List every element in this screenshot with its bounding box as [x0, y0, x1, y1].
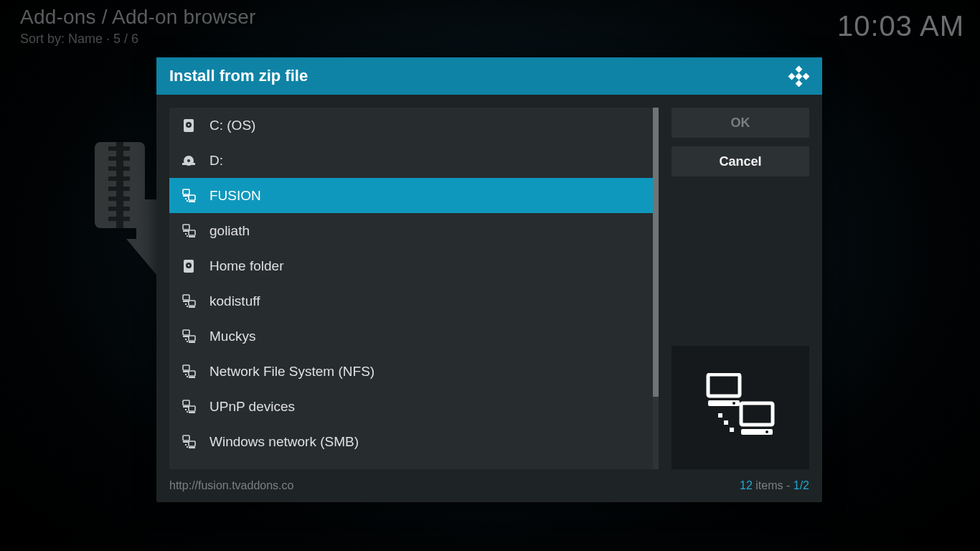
footer-path: http://fusion.tvaddons.co [169, 479, 293, 492]
file-item-label: FUSION [209, 188, 261, 204]
preview-panel [672, 346, 809, 469]
sort-line: Sort by: Name · 5 / 6 [20, 32, 138, 47]
network-icon [181, 364, 197, 380]
svg-rect-1 [116, 142, 123, 228]
svg-rect-3 [108, 156, 130, 161]
network-icon [181, 434, 197, 450]
file-item[interactable]: C: (OS) [169, 108, 653, 143]
scrollbar-thumb[interactable] [653, 108, 659, 397]
dialog-footer: http://fusion.tvaddons.co 12 items - 1/2 [156, 475, 822, 502]
file-item[interactable]: Muckys [169, 319, 653, 354]
svg-rect-13 [803, 73, 809, 80]
svg-rect-7 [108, 197, 130, 201]
network-icon [181, 293, 197, 309]
svg-point-17 [732, 402, 735, 405]
svg-rect-14 [796, 80, 803, 87]
svg-rect-22 [724, 420, 728, 425]
file-item-label: goliath [209, 223, 250, 239]
network-icon [181, 188, 197, 204]
svg-rect-8 [108, 207, 130, 211]
file-item-label: Home folder [209, 258, 284, 274]
svg-rect-2 [108, 146, 130, 151]
network-preview-icon [701, 373, 780, 442]
svg-rect-23 [730, 428, 734, 432]
network-icon [181, 399, 197, 415]
scrollbar[interactable] [653, 108, 659, 469]
file-list: C: (OS)D:FUSIONgoliathHome folderkodistu… [169, 108, 659, 469]
svg-rect-4 [108, 166, 130, 171]
svg-rect-10 [796, 66, 803, 73]
dialog-title: Install from zip file [169, 67, 308, 85]
file-item-label: Muckys [209, 329, 255, 344]
file-item-label: C: (OS) [209, 118, 255, 133]
svg-rect-15 [708, 375, 740, 396]
file-item-label: Windows network (SMB) [209, 434, 359, 450]
svg-rect-6 [108, 187, 130, 191]
network-icon [181, 329, 197, 344]
svg-rect-18 [741, 403, 773, 425]
file-item[interactable]: FUSION [169, 178, 653, 213]
hdd-icon [181, 258, 197, 274]
file-item[interactable]: Windows network (SMB) [169, 424, 653, 459]
svg-rect-9 [108, 217, 130, 221]
file-item-label: D: [209, 153, 223, 169]
ok-button[interactable]: OK [672, 108, 809, 138]
hdd-icon [181, 118, 197, 133]
file-item[interactable]: D: [169, 143, 653, 178]
kodi-logo-icon [788, 65, 809, 87]
install-zip-dialog: Install from zip file C: (OS)D:FUSIONgol… [156, 57, 822, 502]
footer-count: 12 items - 1/2 [740, 479, 809, 492]
file-item[interactable]: Home folder [169, 248, 653, 283]
svg-rect-5 [108, 176, 130, 181]
file-item-label: kodistuff [209, 293, 260, 309]
svg-rect-11 [788, 73, 796, 80]
file-item[interactable]: goliath [169, 213, 653, 248]
network-icon [181, 223, 197, 239]
disc-icon [181, 153, 197, 169]
svg-point-20 [765, 430, 768, 433]
dialog-header: Install from zip file [156, 57, 822, 95]
file-item[interactable]: kodistuff [169, 283, 653, 319]
clock: 10:03 AM [837, 10, 964, 42]
svg-rect-21 [718, 413, 722, 418]
file-item[interactable]: Network File System (NFS) [169, 354, 653, 389]
cancel-button[interactable]: Cancel [672, 146, 809, 176]
file-item-label: Network File System (NFS) [209, 364, 374, 380]
file-item[interactable]: UPnP devices [169, 389, 653, 424]
file-item-label: UPnP devices [209, 399, 295, 415]
breadcrumb: Add-ons / Add-on browser [20, 6, 256, 29]
svg-rect-12 [796, 73, 803, 80]
